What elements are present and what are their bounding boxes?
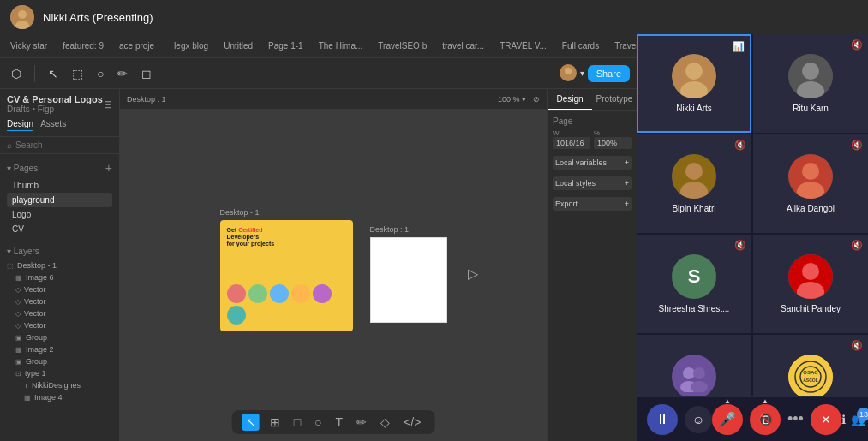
layer-type1[interactable]: ⊡ type 1 xyxy=(7,367,112,379)
canvas-toolbar: ↖ ⊞ □ ○ T ✏ ◇ </> xyxy=(232,410,435,434)
layer-vector3[interactable]: ◇ Vector xyxy=(7,307,112,319)
rect-tool[interactable]: □ xyxy=(290,414,304,431)
svg-point-20 xyxy=(683,367,695,379)
cursor-indicator: ▷ xyxy=(468,265,478,282)
right-panel-tabs: Design Prototype xyxy=(548,89,637,111)
tab-featured[interactable]: featured: 9 xyxy=(56,37,111,56)
avatar-alika xyxy=(788,154,833,199)
assets-tab[interactable]: Assets xyxy=(40,119,66,131)
editor-body: CV & Personal Logos Drafts • Figp ⊟ Desi… xyxy=(0,89,637,441)
tab-vickystar[interactable]: Vicky star xyxy=(3,37,54,56)
camera-control: ▲ 📵 xyxy=(750,404,781,435)
name-sanchit: Sanchit Pandey xyxy=(781,304,841,313)
layer-nikkidesignes[interactable]: T NikkiDesignes xyxy=(7,379,112,391)
design-tab[interactable]: Design xyxy=(7,119,33,131)
main-design-frame[interactable]: Get CertifiedDevelopersfor your projects xyxy=(220,220,353,331)
panel-collapse-button[interactable]: ⊟ xyxy=(104,98,112,110)
page-logo[interactable]: Logo xyxy=(7,207,112,222)
end-call-button[interactable]: ✕ xyxy=(811,404,841,435)
layer-group1[interactable]: ▣ Group xyxy=(7,331,112,343)
share-dropdown-arrow[interactable]: ▾ xyxy=(580,69,584,78)
select-tool[interactable]: ↖ xyxy=(242,414,260,431)
avatar-osac: OSAC ASCOL xyxy=(788,355,833,396)
pause-button[interactable]: ⏸ xyxy=(647,404,678,435)
tab-travelcar[interactable]: travel car... xyxy=(435,37,491,56)
component-tool[interactable]: </> xyxy=(400,414,424,431)
mic-button[interactable]: 🎤 xyxy=(712,404,743,435)
add-page-button[interactable]: + xyxy=(105,161,112,175)
tab-travelseo[interactable]: TravelSEO b xyxy=(371,37,434,56)
tab-travelv[interactable]: TRAVEL V... xyxy=(493,37,554,56)
frame-label-secondary: Desktop : 1 xyxy=(370,225,410,234)
page-playground[interactable]: playground xyxy=(7,193,112,207)
svg-point-4 xyxy=(565,68,572,74)
mute-icon-shreesha: 🔇 xyxy=(734,240,746,251)
layer-vector1[interactable]: ◇ Vector xyxy=(7,283,112,295)
local-styles-button[interactable]: Local styles+ xyxy=(553,176,632,190)
layer-image2[interactable]: ▦ Image 2 xyxy=(7,343,112,355)
participants-button[interactable]: 👥 13 xyxy=(851,413,865,426)
camera-chevron[interactable]: ▲ xyxy=(762,397,769,405)
pencil-tool[interactable]: ✏ xyxy=(113,64,132,83)
svg-point-18 xyxy=(802,263,819,280)
project-info: CV & Personal Logos Drafts • Figp ⊟ Desi… xyxy=(0,89,119,137)
name-bipin: Bipin Khatri xyxy=(672,204,715,213)
person-6 xyxy=(227,306,246,325)
video-grid: 📊 Nikki Arts 🔇 xyxy=(637,34,868,396)
avatar-sanchit xyxy=(788,254,833,299)
circle-tool[interactable]: ○ xyxy=(311,414,325,431)
frame-label-desktop: Desktop - 1 xyxy=(220,208,260,217)
pen-tool[interactable]: ✏ xyxy=(353,414,370,431)
name-ritu: Ritu Karn xyxy=(793,104,829,113)
mute-icon-bipin: 🔇 xyxy=(734,140,746,151)
pages-section: ▾ Pages + Thumb playground Logo CV xyxy=(0,154,119,240)
tab-fullcards[interactable]: Full cards xyxy=(555,37,606,56)
layer-group2[interactable]: ▣ Group xyxy=(7,355,112,367)
tab-untitled[interactable]: Untitled xyxy=(217,37,260,56)
video-cell-ritu: 🔇 Ritu Karn xyxy=(753,34,868,133)
figma-logo[interactable]: ⬡ xyxy=(7,64,26,83)
layer-image4[interactable]: ▦ Image 4 xyxy=(7,391,112,403)
frame-tool[interactable]: ⬚ xyxy=(68,64,87,83)
eraser-tool[interactable]: ◻ xyxy=(137,64,156,83)
page-info: Desktop : 1 xyxy=(127,95,166,104)
tab-ace[interactable]: ace proje xyxy=(112,37,161,56)
export-button[interactable]: Export+ xyxy=(553,197,632,211)
search-input[interactable] xyxy=(15,140,120,150)
prototype-tab-right[interactable]: Prototype xyxy=(592,89,637,110)
tab-hegx[interactable]: Hegx blog xyxy=(163,37,215,56)
layer-vector2[interactable]: ◇ Vector xyxy=(7,295,112,307)
left-panel: CV & Personal Logos Drafts • Figp ⊟ Desi… xyxy=(0,89,120,441)
person-4 xyxy=(291,284,310,303)
type-tool[interactable]: T xyxy=(332,414,347,431)
local-variables-button[interactable]: Local variables+ xyxy=(553,156,632,170)
more-options-button[interactable]: ••• xyxy=(787,410,804,428)
share-button[interactable]: Share xyxy=(588,65,630,82)
secondary-design-frame[interactable] xyxy=(370,237,447,323)
move-tool[interactable]: ↖ xyxy=(44,64,63,83)
layer-image6[interactable]: ▦ Image 6 xyxy=(7,271,112,283)
tab-page1[interactable]: Page 1-1 xyxy=(261,37,310,56)
frame-tool-canvas[interactable]: ⊞ xyxy=(266,414,284,431)
person-5 xyxy=(313,284,332,303)
mute-icon-osac: 🔇 xyxy=(851,340,863,351)
info-button[interactable]: ℹ xyxy=(841,413,846,426)
title-bar: Nikki Arts (Presenting) xyxy=(0,0,868,34)
layer-vector4[interactable]: ◇ Vector xyxy=(7,319,112,331)
tab-travelin[interactable]: Travelin -... xyxy=(608,37,637,56)
mic-chevron[interactable]: ▲ xyxy=(724,397,731,405)
design-tab-right[interactable]: Design xyxy=(548,89,592,110)
user-avatar xyxy=(10,5,34,29)
camera-button[interactable]: 📵 xyxy=(750,404,781,435)
name-alika: Alika Dangol xyxy=(787,204,835,213)
shape-tool-canvas[interactable]: ◇ xyxy=(377,414,393,431)
layer-desktop1[interactable]: ⬚ Desktop - 1 xyxy=(7,259,112,271)
osac-logo: OSAC ASCOL xyxy=(788,355,833,396)
canvas-area[interactable]: Desktop : 1 100 % ▾ ⊘ Desktop - 1 Get Ce… xyxy=(120,89,547,441)
help-icon[interactable]: ⊘ xyxy=(533,95,540,104)
tab-hima[interactable]: The Hima... xyxy=(312,37,370,56)
shape-tool[interactable]: ○ xyxy=(93,64,108,83)
page-thumb[interactable]: Thumb xyxy=(7,178,112,193)
smiley-button[interactable]: ☺ xyxy=(685,406,712,433)
page-cv[interactable]: CV xyxy=(7,222,112,236)
